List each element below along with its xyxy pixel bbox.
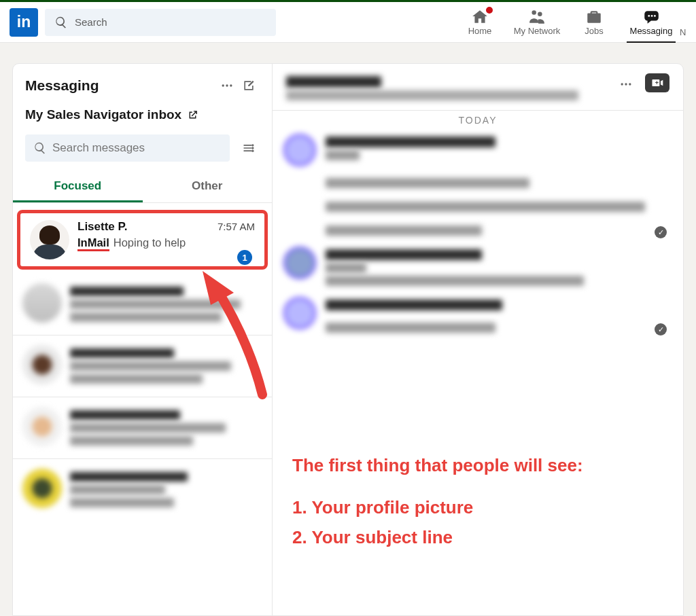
thread-sender-name: Lisette P. xyxy=(77,220,127,234)
svg-point-4 xyxy=(226,84,228,86)
global-search-placeholder: Search xyxy=(75,16,107,28)
thread-preview: InMailHoping to help xyxy=(77,235,255,250)
message-bubble: ✓ xyxy=(273,128,683,241)
thread-list-column: Messaging My Sales Navigator inbox Searc… xyxy=(13,64,273,615)
avatar xyxy=(22,345,62,384)
avatar xyxy=(22,469,62,508)
annotation-text: The first thing that people will see: 1.… xyxy=(292,450,583,553)
date-divider: TODAY xyxy=(273,111,683,128)
nav-cutoff: N xyxy=(680,7,686,37)
ellipsis-icon xyxy=(220,79,234,92)
annotation-line: 2. Your subject line xyxy=(292,522,583,552)
compose-icon xyxy=(242,79,256,92)
avatar xyxy=(30,220,69,259)
sales-navigator-label: My Sales Navigator inbox xyxy=(25,107,181,122)
tab-focused[interactable]: Focused xyxy=(13,171,143,202)
nav-jobs[interactable]: Jobs xyxy=(566,2,623,43)
sales-navigator-link[interactable]: My Sales Navigator inbox xyxy=(13,105,272,132)
message-search-placeholder: Search messages xyxy=(52,141,145,155)
nav-messaging[interactable]: Messaging xyxy=(623,2,680,43)
unread-count: 1 xyxy=(237,250,252,265)
linkedin-logo[interactable]: in xyxy=(10,8,38,37)
avatar xyxy=(283,247,316,279)
svg-point-5 xyxy=(230,84,232,86)
avatar xyxy=(22,283,62,323)
svg-point-1 xyxy=(651,15,653,17)
notification-dot xyxy=(485,5,494,15)
svg-point-10 xyxy=(625,83,627,85)
nav-label: Messaging xyxy=(630,26,673,36)
compose-button[interactable] xyxy=(238,75,260,96)
svg-point-8 xyxy=(251,150,254,152)
svg-point-3 xyxy=(222,84,224,86)
svg-point-0 xyxy=(648,15,650,17)
svg-point-11 xyxy=(629,83,631,85)
network-icon xyxy=(528,8,546,26)
nav-label: Jobs xyxy=(585,26,603,36)
thread-item[interactable] xyxy=(13,397,272,459)
nav-home[interactable]: Home xyxy=(451,2,508,43)
filter-icon xyxy=(242,141,256,155)
thread-time: 7:57 AM xyxy=(218,221,255,232)
nav-label: Home xyxy=(468,26,492,36)
thread-list: Lisette P. 7:57 AM InMailHoping to help … xyxy=(13,203,272,615)
nav-network[interactable]: My Network xyxy=(508,2,566,43)
video-icon: + xyxy=(650,76,664,90)
filter-button[interactable] xyxy=(238,137,260,159)
inbox-tabs: Focused Other xyxy=(13,171,272,202)
thread-item[interactable] xyxy=(13,336,272,397)
svg-point-9 xyxy=(621,83,623,85)
briefcase-icon xyxy=(585,8,603,26)
message-bubble xyxy=(273,241,683,291)
search-icon xyxy=(33,141,47,155)
svg-point-7 xyxy=(251,147,254,149)
inmail-badge: InMail xyxy=(77,236,109,251)
messaging-title: Messaging xyxy=(25,77,216,94)
more-menu-button[interactable] xyxy=(216,75,238,96)
video-call-button[interactable]: + xyxy=(645,73,669,92)
tab-other[interactable]: Other xyxy=(143,171,273,202)
messaging-icon xyxy=(642,8,660,26)
global-search[interactable]: Search xyxy=(45,9,276,36)
message-bubble: ✓ xyxy=(273,291,683,338)
svg-point-6 xyxy=(251,144,254,146)
annotation-line: The first thing that people will see: xyxy=(292,450,583,480)
top-nav: in Search Home My Network Jobs Messaging… xyxy=(0,2,696,43)
message-search[interactable]: Search messages xyxy=(25,134,230,162)
thread-item[interactable] xyxy=(13,274,272,336)
annotation-line: 1. Your profile picture xyxy=(292,492,583,522)
external-link-icon xyxy=(187,109,198,121)
conversation-more-button[interactable] xyxy=(615,73,637,95)
search-icon xyxy=(54,16,68,29)
avatar xyxy=(283,297,316,329)
read-receipt-icon: ✓ xyxy=(655,323,667,336)
svg-point-2 xyxy=(654,15,656,17)
svg-text:+: + xyxy=(655,79,659,86)
read-receipt-icon: ✓ xyxy=(655,226,667,238)
ellipsis-icon xyxy=(619,77,633,91)
avatar xyxy=(283,134,316,166)
thread-item-highlighted[interactable]: Lisette P. 7:57 AM InMailHoping to help … xyxy=(17,210,268,270)
thread-item[interactable] xyxy=(13,459,272,520)
nav-label: My Network xyxy=(514,26,561,36)
avatar xyxy=(22,407,62,446)
